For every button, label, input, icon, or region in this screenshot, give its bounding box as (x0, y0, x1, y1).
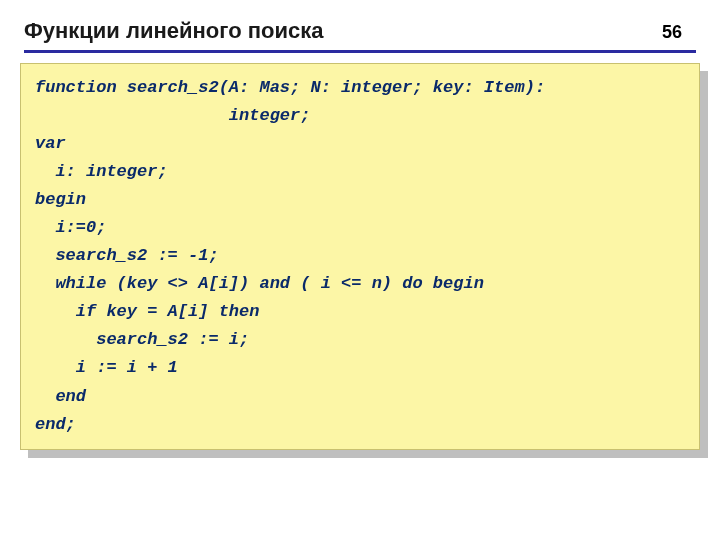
code-line: search_s2 := -1; (35, 242, 685, 270)
code-line: end; (35, 411, 685, 439)
code-block: function search_s2(A: Mas; N: integer; k… (20, 63, 700, 450)
code-line: integer; (35, 102, 685, 130)
slide: Функции линейного поиска 56 function sea… (0, 0, 720, 540)
code-line: begin (35, 186, 685, 214)
code-line: i:=0; (35, 214, 685, 242)
slide-header: Функции линейного поиска 56 (0, 0, 720, 50)
code-line: end (35, 383, 685, 411)
title-divider (24, 50, 696, 53)
code-block-container: function search_s2(A: Mas; N: integer; k… (20, 63, 700, 450)
page-number: 56 (662, 22, 696, 43)
page-title: Функции линейного поиска (24, 18, 323, 44)
code-line: i := i + 1 (35, 354, 685, 382)
code-line: search_s2 := i; (35, 326, 685, 354)
code-line: var (35, 130, 685, 158)
code-line: if key = A[i] then (35, 298, 685, 326)
code-line: i: integer; (35, 158, 685, 186)
code-line: while (key <> A[i]) and ( i <= n) do beg… (35, 270, 685, 298)
code-line: function search_s2(A: Mas; N: integer; k… (35, 74, 685, 102)
